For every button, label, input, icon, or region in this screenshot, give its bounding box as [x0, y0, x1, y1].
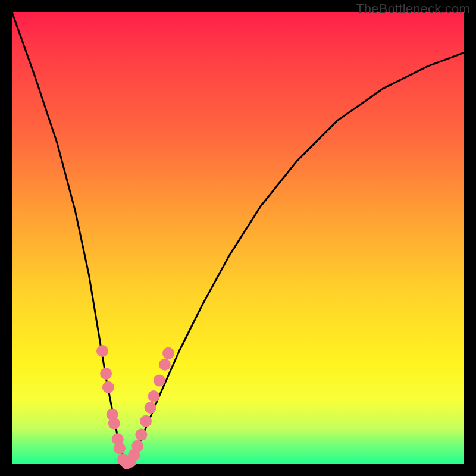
curve-line: [12, 12, 464, 464]
svg-point-18: [162, 347, 174, 359]
svg-point-1: [100, 368, 112, 380]
svg-point-11: [131, 440, 143, 452]
marker-dots: [96, 345, 174, 469]
svg-point-12: [135, 429, 147, 441]
svg-point-0: [96, 345, 108, 357]
svg-point-17: [159, 359, 171, 371]
chart-frame: TheBottleneck.com: [0, 0, 476, 476]
svg-point-2: [102, 381, 114, 393]
svg-point-4: [108, 418, 120, 430]
svg-point-13: [140, 415, 152, 427]
plot-area: [12, 12, 464, 464]
svg-point-16: [154, 374, 165, 386]
svg-point-15: [148, 390, 160, 402]
svg-point-14: [145, 402, 156, 414]
svg-point-6: [114, 442, 126, 454]
chart-svg: [12, 12, 464, 464]
